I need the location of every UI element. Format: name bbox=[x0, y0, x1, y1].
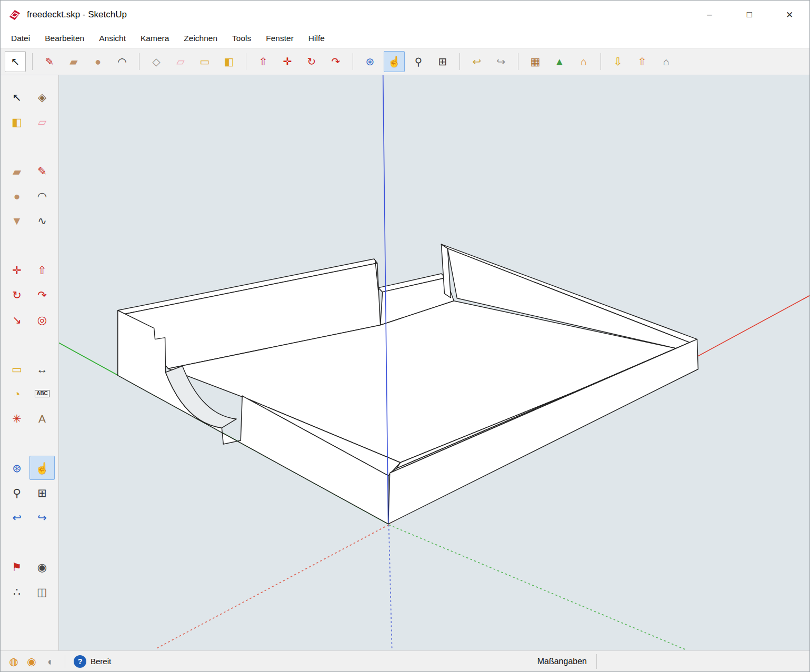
previous-view-icon: ↩ bbox=[473, 56, 482, 67]
claim-status-icon[interactable]: ◖ bbox=[43, 655, 56, 668]
pan-tool-button[interactable]: ☝ bbox=[384, 51, 405, 72]
rotate-tool-button[interactable]: ↻ bbox=[301, 51, 322, 72]
walk-tool-button[interactable]: ∴ bbox=[4, 579, 29, 604]
share-model-button[interactable]: ⇧ bbox=[632, 51, 653, 72]
zoom-next-icon: ↪ bbox=[37, 512, 47, 523]
orbit-tool-button[interactable]: ⊛ bbox=[4, 456, 29, 480]
get-models-button[interactable]: ⇩ bbox=[607, 51, 628, 72]
menu-tools[interactable]: Tools bbox=[225, 31, 258, 46]
share-model-icon: ⇧ bbox=[638, 56, 647, 67]
section-plane-tool-button[interactable]: ◫ bbox=[29, 579, 55, 604]
help-icon[interactable]: ? bbox=[74, 655, 86, 668]
zoom-tool-button[interactable]: ⚲ bbox=[408, 51, 429, 72]
status-bar: ◍◉◖ ? Bereit Maßangaben bbox=[1, 650, 809, 671]
menu-zeichnen[interactable]: Zeichnen bbox=[176, 31, 225, 46]
push-pull-icon: ⇧ bbox=[37, 265, 47, 276]
toolbar-separator bbox=[601, 53, 601, 70]
measurements-input[interactable] bbox=[596, 654, 803, 669]
zoom-previous-tool-button[interactable]: ↩ bbox=[4, 505, 29, 529]
previous-view-button[interactable]: ↩ bbox=[466, 51, 487, 72]
top-toolbar: ↖✎▰●◠◇▱▭◧⇧✛↻↷⊛☝⚲⊞↩↪▦▲⌂⇩⇧⌂ bbox=[1, 48, 809, 75]
menu-bearbeiten[interactable]: Bearbeiten bbox=[37, 31, 92, 46]
toggle-terrain-button[interactable]: ▲ bbox=[549, 51, 570, 72]
select-tool-button[interactable]: ↖ bbox=[5, 51, 26, 72]
arc-tool-button[interactable]: ◠ bbox=[112, 51, 133, 72]
group-gap bbox=[4, 530, 55, 535]
polygon-icon: ▼ bbox=[12, 215, 23, 226]
arc-tool-button[interactable]: ◠ bbox=[29, 184, 55, 208]
photo-textures-icon: ⌂ bbox=[581, 56, 587, 67]
offset-icon: ◎ bbox=[37, 314, 47, 325]
scale-tool-button[interactable]: ↘ bbox=[4, 307, 29, 332]
follow-me-tool-button[interactable]: ↷ bbox=[325, 51, 346, 72]
status-icons: ◍◉◖ bbox=[7, 655, 56, 668]
freehand-tool-button[interactable]: ∿ bbox=[29, 208, 55, 233]
move-tool-button[interactable]: ✛ bbox=[277, 51, 298, 72]
sketchup-window: freedeckt.skp - SketchUp – □ ✕ DateiBear… bbox=[0, 0, 810, 672]
offset-tool-button[interactable]: ⇧ bbox=[253, 51, 274, 72]
zoom-next-tool-button[interactable]: ↪ bbox=[29, 505, 55, 529]
rectangle-tool-button[interactable]: ▰ bbox=[63, 51, 84, 72]
minimize-button[interactable]: – bbox=[689, 1, 729, 29]
tape-measure-icon: ▭ bbox=[200, 56, 210, 67]
orbit-tool-button[interactable]: ⊛ bbox=[359, 51, 381, 72]
menu-ansicht[interactable]: Ansicht bbox=[92, 31, 133, 46]
select-icon: ↖ bbox=[12, 92, 22, 103]
rotate-tool-button[interactable]: ↻ bbox=[4, 283, 29, 307]
main-area: ↖◈◧▱▰✎●◠▼∿✛⇧↻↷↘◎▭↔◔ABC✳A⊛☝⚲⊞↩↪⚑◉∴◫ bbox=[1, 75, 809, 650]
look-around-tool-button[interactable]: ◉ bbox=[29, 555, 55, 579]
position-camera-tool-button[interactable]: ⚑ bbox=[4, 555, 29, 579]
group-gap bbox=[4, 431, 55, 436]
make-component-tool-button[interactable]: ◈ bbox=[29, 85, 55, 109]
circle-tool-button[interactable]: ● bbox=[87, 51, 108, 72]
maximize-button[interactable]: □ bbox=[729, 1, 769, 29]
menu-kamera[interactable]: Kamera bbox=[133, 31, 176, 46]
eraser-tool-button[interactable]: ▱ bbox=[29, 109, 55, 134]
push-pull-icon: ◇ bbox=[152, 56, 160, 67]
rectangle-tool-button[interactable]: ▰ bbox=[4, 159, 29, 183]
move-icon: ✛ bbox=[283, 56, 292, 67]
menu-hilfe[interactable]: Hilfe bbox=[301, 31, 332, 46]
line-tool-button[interactable]: ✎ bbox=[29, 159, 55, 183]
axes-tool-button[interactable]: ✳ bbox=[4, 406, 29, 430]
rectangle-icon: ▰ bbox=[69, 56, 77, 67]
next-view-button[interactable]: ↪ bbox=[491, 51, 512, 72]
zoom-window-tool-button[interactable]: ⊞ bbox=[29, 480, 55, 505]
zoom-icon: ⚲ bbox=[415, 56, 423, 67]
photo-textures-button[interactable]: ⌂ bbox=[573, 51, 594, 72]
select-tool-button[interactable]: ↖ bbox=[4, 85, 29, 109]
text-tool-button[interactable]: ABC bbox=[29, 382, 55, 406]
push-pull-tool-button[interactable]: ⇧ bbox=[29, 258, 55, 282]
paint-bucket-tool-button[interactable]: ◧ bbox=[218, 51, 239, 72]
circle-icon: ● bbox=[95, 56, 101, 67]
eraser-tool-button[interactable]: ▱ bbox=[170, 51, 191, 72]
extension-warehouse-button[interactable]: ⌂ bbox=[656, 51, 677, 72]
pan-tool-button[interactable]: ☝ bbox=[29, 456, 55, 480]
close-button[interactable]: ✕ bbox=[769, 1, 809, 29]
circle-tool-button[interactable]: ● bbox=[4, 184, 29, 208]
paint-bucket-tool-button[interactable]: ◧ bbox=[4, 109, 29, 134]
follow-me-icon: ↷ bbox=[37, 289, 47, 300]
move-tool-button[interactable]: ✛ bbox=[4, 258, 29, 282]
add-location-icon: ▦ bbox=[531, 56, 541, 67]
3d-text-tool-button[interactable]: A bbox=[29, 406, 55, 430]
geolocation-status-icon[interactable]: ◍ bbox=[7, 655, 21, 668]
offset-tool-button[interactable]: ◎ bbox=[29, 307, 55, 332]
menu-datei[interactable]: Datei bbox=[4, 31, 37, 46]
zoom-tool-button[interactable]: ⚲ bbox=[4, 480, 29, 505]
protractor-tool-button[interactable]: ◔ bbox=[4, 382, 29, 406]
menu-fenster[interactable]: Fenster bbox=[258, 31, 301, 46]
follow-me-tool-button[interactable]: ↷ bbox=[29, 283, 55, 307]
push-pull-tool-button[interactable]: ◇ bbox=[146, 51, 167, 72]
polygon-tool-button[interactable]: ▼ bbox=[4, 208, 29, 233]
dimension-tool-button[interactable]: ↔ bbox=[29, 357, 55, 381]
tape-measure-tool-button[interactable]: ▭ bbox=[4, 357, 29, 381]
toolbar-separator bbox=[32, 53, 33, 70]
zoom-extents-tool-button[interactable]: ⊞ bbox=[432, 51, 453, 72]
tape-measure-tool-button[interactable]: ▭ bbox=[194, 51, 215, 72]
drawing-canvas[interactable] bbox=[59, 75, 809, 650]
credits-status-icon[interactable]: ◉ bbox=[25, 655, 38, 668]
add-location-button[interactable]: ▦ bbox=[525, 51, 546, 72]
measurements-label: Maßangaben bbox=[537, 657, 592, 666]
line-tool-button[interactable]: ✎ bbox=[39, 51, 60, 72]
